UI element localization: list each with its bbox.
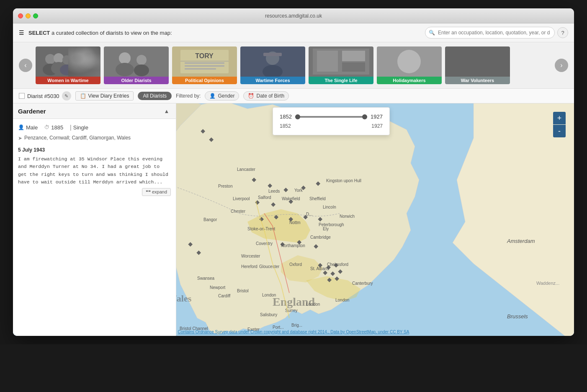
carousel-item-bg-3: TORY	[172, 46, 237, 77]
carousel-item-label-7: War Volunteers	[445, 77, 510, 84]
chevron-left-icon: ‹	[24, 62, 26, 69]
svg-text:Nottm: Nottm	[289, 220, 301, 225]
panel-header: Gardener ▲	[13, 103, 176, 119]
dob-left-label: 1852	[280, 123, 291, 129]
diarist-location: ➤ Penzance, Cornwall; Cardiff, Glamorgan…	[18, 135, 171, 141]
map-attribution[interactable]: Contains Ordnance Survey data under Crow…	[178, 330, 409, 334]
person-icon: 👤	[18, 124, 24, 130]
svg-text:Oxford: Oxford	[289, 262, 302, 267]
diarist-number: Diarist #5030	[27, 93, 59, 99]
svg-text:Chester: Chester	[231, 209, 246, 214]
svg-text:Amsterdam: Amsterdam	[507, 238, 535, 244]
range-handle-left[interactable]	[295, 114, 300, 119]
svg-text:Preston: Preston	[218, 184, 232, 188]
svg-text:Chelmsford: Chelmsford	[327, 262, 348, 267]
all-diarists-tab[interactable]: All Diarists	[138, 92, 172, 100]
expand-button[interactable]: ❝❝ expand	[142, 188, 171, 196]
diary-text: I am firewatching at 35 Windsor Place th…	[18, 155, 171, 186]
carousel-prev-button[interactable]: ‹	[19, 59, 32, 72]
svg-text:London: London	[306, 302, 320, 307]
panel-body: 👤 Male ⏱ 1885 | Single ➤	[13, 119, 176, 191]
carousel-item-label-2: Older Diarists	[104, 77, 169, 84]
search-icon: 🔍	[429, 30, 435, 36]
dob-range-slider[interactable]	[295, 116, 367, 118]
maximize-button[interactable]	[33, 13, 38, 18]
edit-icon[interactable]: ✎	[62, 91, 71, 101]
svg-rect-19	[185, 65, 224, 67]
svg-text:Coventry: Coventry	[256, 241, 273, 246]
carousel-section: ‹ Women in Wartime	[13, 42, 574, 89]
diary-entry: 5 July 1943 I am firewatching at 35 Wind…	[18, 146, 171, 186]
svg-text:Brussels: Brussels	[507, 313, 528, 320]
carousel-item-political-opinions[interactable]: TORY Political Opinions	[172, 46, 237, 84]
svg-rect-7	[36, 46, 68, 77]
carousel-item-bg-2	[104, 46, 169, 77]
svg-rect-34	[377, 46, 442, 77]
carousel-item-older-diarists[interactable]: Older Diarists	[104, 46, 169, 84]
filtered-by-label: Filtered by:	[176, 93, 201, 99]
svg-text:Lancaster: Lancaster	[237, 167, 256, 172]
range-handle-right[interactable]	[362, 114, 367, 119]
carousel-item-war-volunteers[interactable]: War Volunteers	[445, 46, 510, 84]
meta-year: ⏱ 1885	[44, 124, 63, 131]
gender-filter-badge[interactable]: 👤 Gender	[205, 91, 239, 101]
marital-icon: |	[70, 124, 72, 131]
svg-text:Cardiff: Cardiff	[218, 294, 230, 298]
location-icon: ➤	[18, 135, 22, 141]
carousel-item-bg-7	[445, 46, 510, 77]
svg-text:TORY: TORY	[195, 52, 214, 59]
clock-icon: ⏱	[44, 124, 49, 130]
toolbar: ☰ SELECT a curated collection of diarist…	[13, 23, 574, 42]
svg-text:Salisbury: Salisbury	[260, 312, 277, 317]
url-bar: resources.amdigital.co.uk	[265, 13, 322, 19]
gender-icon: 👤	[209, 93, 216, 99]
dob-labels: 1852 1927	[280, 123, 383, 129]
svg-rect-18	[185, 62, 224, 64]
svg-text:Bangor: Bangor	[203, 217, 217, 222]
svg-text:Gloucester: Gloucester	[259, 264, 280, 269]
carousel-item-holidaymakers[interactable]: Holidaymakers	[377, 46, 442, 84]
main-area: Diarist #5030 ✎ 📋 View Diary Entries All…	[13, 89, 574, 336]
carousel-item-women-wartime[interactable]: Women in Wartime	[36, 46, 100, 84]
dob-max-year: 1927	[371, 113, 383, 120]
svg-text:Waddenz...: Waddenz...	[536, 281, 559, 286]
svg-rect-20	[185, 68, 216, 70]
svg-text:London: London	[335, 298, 349, 302]
panel-collapse-button[interactable]: ▲	[162, 107, 171, 115]
zoom-in-button[interactable]: +	[553, 112, 566, 124]
carousel-item-bg-6	[377, 46, 442, 77]
dob-filter-badge[interactable]: ⏰ Date of Birth	[243, 91, 289, 101]
carousel-item-bg-4	[240, 46, 305, 77]
help-icon: ?	[561, 30, 564, 36]
map-container[interactable]: England Wales Lancaster Preston Liverpoo…	[13, 103, 574, 336]
svg-text:Sheffield: Sheffield	[309, 196, 326, 201]
svg-text:Canterbury: Canterbury	[352, 281, 373, 286]
svg-text:Liverpool: Liverpool	[233, 196, 250, 201]
svg-text:York: York	[294, 188, 303, 193]
traffic-lights	[18, 13, 38, 18]
carousel-item-label-5: The Single Life	[309, 77, 373, 84]
carousel-next-button[interactable]: ›	[555, 59, 568, 72]
diary-date: 5 July 1943	[18, 146, 171, 154]
carousel-items: Women in Wartime Older Diarists	[36, 46, 551, 84]
carousel-item-bg-1	[36, 46, 100, 77]
view-diary-button[interactable]: 📋 View Diary Entries	[75, 91, 134, 101]
meta-marital: | Single	[70, 124, 88, 131]
search-input[interactable]	[425, 27, 555, 39]
calendar-icon: ⏰	[248, 93, 254, 99]
svg-text:Norwich: Norwich	[340, 214, 355, 219]
help-button[interactable]: ?	[557, 27, 568, 38]
svg-text:Stoke-on-Trent: Stoke-on-Trent	[247, 227, 275, 231]
diarist-selector: Diarist #5030 ✎	[19, 91, 71, 101]
diarist-checkbox[interactable]	[19, 93, 25, 99]
svg-text:Port...: Port...	[273, 325, 284, 330]
svg-text:Swansea: Swansea	[197, 276, 215, 281]
app-window: resources.amdigital.co.uk ☰ SELECT a cur…	[13, 8, 574, 336]
svg-text:Northampton: Northampton	[281, 243, 305, 248]
svg-text:Kingston upon Hull: Kingston upon Hull	[326, 178, 361, 183]
carousel-item-single-life[interactable]: The Single Life	[309, 46, 373, 84]
close-button[interactable]	[18, 13, 23, 18]
carousel-item-wartime-forces[interactable]: Wartime Forces	[240, 46, 305, 84]
minimize-button[interactable]	[26, 13, 31, 18]
zoom-out-button[interactable]: -	[553, 125, 566, 137]
